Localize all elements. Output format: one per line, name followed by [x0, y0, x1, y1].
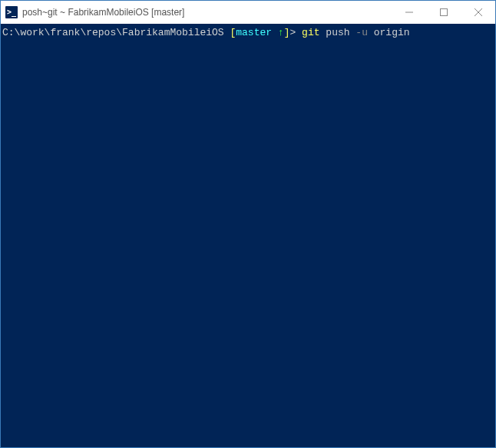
- git-branch: master: [236, 27, 272, 38]
- ahead-arrow-icon: ↑: [272, 27, 284, 38]
- cmd-flag: -u: [355, 27, 373, 38]
- window-title: posh~git ~ FabrikamMobileiOS [master]: [22, 7, 392, 18]
- prompt-end: >: [290, 27, 303, 38]
- maximize-button[interactable]: [426, 1, 461, 24]
- titlebar[interactable]: >_ posh~git ~ FabrikamMobileiOS [master]: [1, 1, 495, 24]
- bracket-close: ]: [284, 27, 290, 38]
- cmd-push: push: [326, 27, 355, 38]
- powershell-icon-glyph: >_: [7, 8, 16, 16]
- close-button[interactable]: [461, 1, 495, 24]
- powershell-window: >_ posh~git ~ FabrikamMobileiOS [master]…: [0, 0, 496, 448]
- maximize-icon: [440, 8, 448, 16]
- terminal-area[interactable]: C:\work\frank\repos\FabrikamMobileiOS [m…: [1, 24, 495, 447]
- cmd-origin: origin: [374, 27, 410, 38]
- minimize-icon: [405, 8, 413, 16]
- powershell-icon: >_: [5, 6, 18, 18]
- svg-rect-1: [440, 9, 447, 16]
- cmd-git: git: [302, 27, 326, 38]
- prompt-line: C:\work\frank\repos\FabrikamMobileiOS [m…: [2, 27, 495, 39]
- window-controls: [392, 1, 495, 24]
- close-icon: [475, 8, 482, 16]
- bracket-open: [: [224, 27, 236, 38]
- minimize-button[interactable]: [392, 1, 426, 24]
- prompt-path: C:\work\frank\repos\FabrikamMobileiOS: [2, 27, 224, 38]
